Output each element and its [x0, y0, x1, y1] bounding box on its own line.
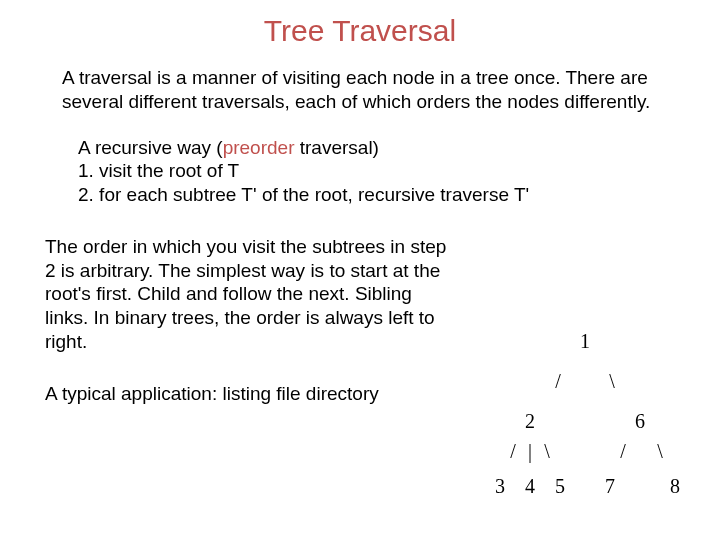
tree-node-2: 2 [525, 410, 535, 432]
tree-edge: \ [609, 370, 615, 392]
recursive-paragraph: A recursive way (preorder traversal) 1. … [78, 136, 680, 207]
recursive-step1: 1. visit the root of T [78, 160, 239, 181]
tree-node-8: 8 [670, 475, 680, 497]
intro-paragraph: A traversal is a manner of visiting each… [62, 66, 660, 114]
tree-node-5: 5 [555, 475, 565, 497]
tree-node-6: 6 [635, 410, 645, 432]
tree-node-1: 1 [580, 330, 590, 352]
tree-edge: \ [544, 440, 550, 462]
explain-paragraph: The order in which you visit the subtree… [45, 235, 455, 354]
tree-diagram: 1 2 6 3 4 5 7 8 / \ / | \ / \ [480, 328, 690, 498]
tree-node-4: 4 [525, 475, 535, 497]
recursive-suffix: traversal) [294, 137, 378, 158]
recursive-prefix: A recursive way ( [78, 137, 223, 158]
tree-edge: / [555, 370, 561, 392]
tree-node-3: 3 [495, 475, 505, 497]
recursive-step2: 2. for each subtree T' of the root, recu… [78, 184, 529, 205]
application-paragraph: A typical application: listing file dire… [45, 382, 455, 406]
tree-node-7: 7 [605, 475, 615, 497]
tree-edge: | [528, 440, 532, 463]
tree-edge: / [620, 440, 626, 462]
slide-title: Tree Traversal [0, 14, 720, 48]
preorder-highlight: preorder [223, 137, 295, 158]
tree-edge: / [510, 440, 516, 462]
tree-edge: \ [657, 440, 663, 462]
